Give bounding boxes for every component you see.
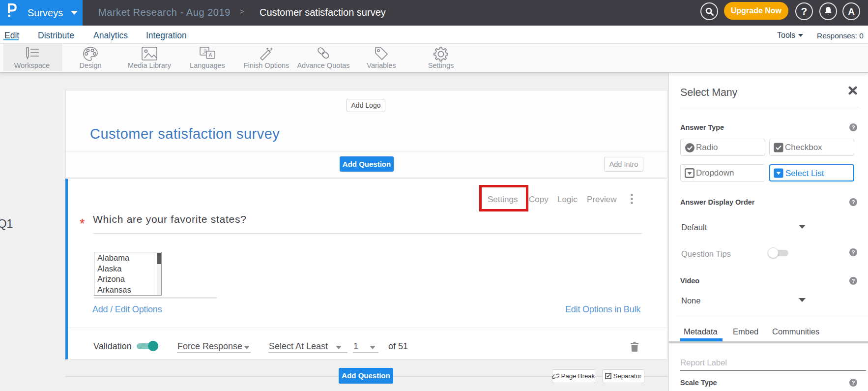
svg-text:A: A [209, 52, 213, 58]
